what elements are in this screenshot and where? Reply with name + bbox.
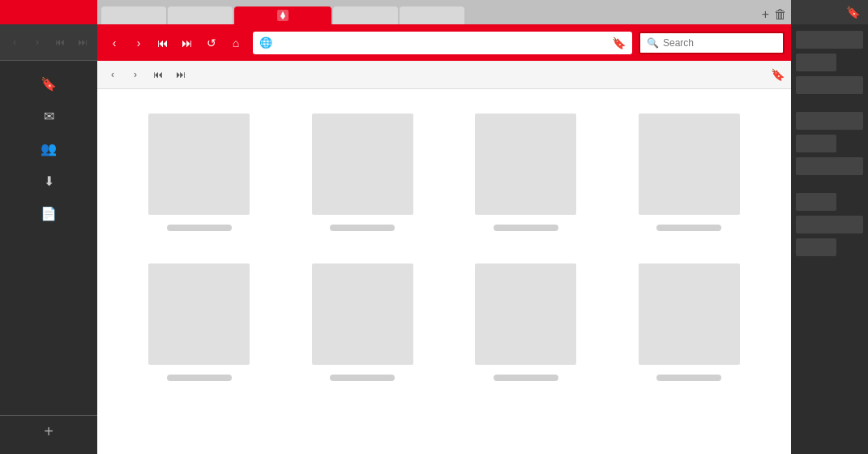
sidebar-top-bar [0, 0, 97, 24]
grid-thumbnail-5 [148, 263, 250, 365]
reload-button[interactable]: ↺ [201, 32, 222, 54]
grid-label-6 [330, 375, 395, 381]
grid-label-1 [167, 225, 232, 231]
right-content [791, 24, 868, 454]
sec-forward-button[interactable]: › [126, 66, 144, 84]
right-item-7 [796, 193, 836, 211]
tab-4[interactable] [333, 6, 398, 24]
first-page-button[interactable]: ⏮ [152, 32, 173, 54]
grid-container [130, 114, 759, 381]
sidebar-back-btn[interactable]: ‹ [6, 33, 23, 51]
right-section-break-1 [796, 99, 863, 107]
grid-item-5[interactable] [130, 263, 269, 381]
sidebar-icon-list: 🔖 ✉ 👥 ⬇ 📄 [0, 61, 97, 415]
tab-1[interactable] [101, 6, 166, 24]
secondary-toolbar: ‹ › ⏮ ⏭ 🔖 [97, 61, 791, 89]
content-area [97, 89, 791, 454]
left-sidebar: ‹ › ⏮ ⏭ 🔖 ✉ 👥 ⬇ 📄 + [0, 0, 97, 454]
grid-item-2[interactable] [293, 114, 433, 231]
address-bar[interactable]: 🌐 🔖 [253, 32, 632, 54]
search-icon: 🔍 [647, 37, 659, 49]
browser-toolbar: ‹ › ⏮ ⏭ ↺ ⌂ 🌐 🔖 🔍 [97, 24, 791, 61]
sidebar-add-button[interactable]: + [0, 415, 97, 448]
sidebar-item-bookmark[interactable]: 🔖 [0, 67, 97, 100]
right-item-8 [796, 216, 863, 233]
tab-5[interactable] [400, 6, 464, 24]
tab-bar: + 🗑 [97, 0, 791, 24]
last-page-button[interactable]: ⏭ [177, 32, 198, 54]
address-bookmark-icon[interactable]: 🔖 [612, 36, 626, 49]
sidebar-last-btn[interactable]: ⏭ [75, 33, 91, 51]
right-item-3 [796, 76, 863, 94]
grid-label-4 [656, 225, 721, 231]
sidebar-nav-row: ‹ › ⏮ ⏭ [0, 24, 97, 61]
vivaldi-icon [277, 10, 289, 21]
grid-thumbnail-2 [312, 114, 413, 215]
sidebar-item-contacts[interactable]: 👥 [0, 132, 97, 165]
right-item-5 [796, 135, 836, 152]
grid-thumbnail-7 [475, 263, 576, 365]
grid-thumbnail-3 [475, 114, 576, 215]
grid-item-1[interactable] [130, 114, 269, 231]
sec-first-button[interactable]: ⏮ [149, 66, 167, 84]
grid-thumbnail-8 [639, 263, 740, 365]
grid-thumbnail-4 [639, 114, 740, 215]
back-button[interactable]: ‹ [104, 32, 125, 54]
grid-label-5 [167, 375, 232, 381]
right-item-4 [796, 112, 863, 130]
sidebar-forward-btn[interactable]: › [29, 33, 45, 51]
right-bookmark-icon[interactable]: 🔖 [846, 6, 860, 19]
url-input[interactable] [277, 37, 607, 49]
search-input[interactable] [663, 37, 785, 49]
sidebar-item-document[interactable]: 📄 [0, 197, 97, 229]
sec-last-button[interactable]: ⏭ [172, 66, 190, 84]
grid-item-7[interactable] [456, 263, 596, 381]
grid-item-8[interactable] [620, 263, 759, 381]
grid-label-8 [656, 375, 721, 381]
sidebar-item-download[interactable]: ⬇ [0, 165, 97, 197]
sec-bookmark-icon[interactable]: 🔖 [771, 68, 785, 81]
sec-back-button[interactable]: ‹ [104, 66, 122, 84]
search-bar[interactable]: 🔍 [639, 32, 785, 54]
close-tab-button[interactable]: 🗑 [774, 8, 787, 21]
grid-thumbnail-6 [312, 263, 413, 365]
grid-label-7 [494, 375, 558, 381]
grid-item-3[interactable] [456, 114, 596, 231]
right-item-9 [796, 238, 836, 256]
tab-2[interactable] [168, 6, 233, 24]
tab-actions: + 🗑 [762, 8, 787, 24]
grid-label-3 [494, 225, 558, 231]
right-sidebar: 🔖 [791, 0, 868, 454]
grid-thumbnail-1 [148, 114, 250, 215]
right-section-break-2 [796, 180, 863, 188]
new-tab-button[interactable]: + [762, 8, 769, 21]
globe-icon: 🌐 [259, 36, 272, 49]
tab-3-active[interactable] [234, 6, 331, 24]
right-item-2 [796, 54, 836, 71]
right-item-1 [796, 31, 863, 49]
home-button[interactable]: ⌂ [225, 32, 246, 54]
sidebar-first-btn[interactable]: ⏮ [52, 33, 68, 51]
right-item-6 [796, 157, 863, 175]
forward-button[interactable]: › [128, 32, 149, 54]
browser-main: + 🗑 ‹ › ⏮ ⏭ ↺ ⌂ 🌐 🔖 🔍 ‹ › ⏮ ⏭ 🔖 [97, 0, 791, 454]
sidebar-item-mail[interactable]: ✉ [0, 100, 97, 132]
grid-label-2 [330, 225, 395, 231]
grid-item-4[interactable] [620, 114, 759, 231]
right-top-bar: 🔖 [791, 0, 868, 24]
grid-item-6[interactable] [293, 263, 433, 381]
